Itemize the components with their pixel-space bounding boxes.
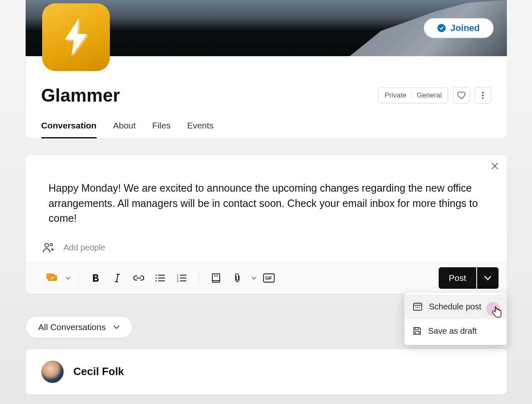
group-header: Joined Glammer Private General	[26, 0, 507, 138]
number-list-button[interactable]: 123	[172, 269, 191, 288]
italic-button[interactable]	[108, 269, 127, 288]
discussion-icon	[45, 273, 58, 283]
topic-button[interactable]	[207, 269, 226, 288]
joined-label: Joined	[451, 23, 480, 33]
svg-rect-32	[415, 331, 419, 334]
post-author: Cecil Folk	[74, 365, 124, 378]
svg-point-1	[482, 95, 484, 96]
bold-button[interactable]	[86, 269, 105, 288]
tab-conversation[interactable]: Conversation	[41, 121, 97, 138]
svg-point-13	[155, 278, 157, 279]
group-title: Glammer	[41, 85, 120, 106]
chevron-down-icon	[113, 325, 120, 329]
svg-rect-26	[413, 303, 422, 310]
composer-textarea[interactable]: Happy Monday! We are excited to announce…	[26, 155, 507, 242]
svg-rect-21	[212, 274, 220, 282]
chevron-down-icon[interactable]	[65, 276, 71, 280]
svg-point-4	[50, 243, 52, 246]
link-icon	[133, 275, 144, 281]
post-button[interactable]: Post	[439, 267, 476, 289]
close-composer-button[interactable]	[491, 162, 499, 170]
check-icon	[437, 24, 446, 32]
svg-point-12	[155, 275, 157, 276]
post-options-button[interactable]	[477, 267, 499, 289]
add-people-placeholder: Add people	[64, 243, 105, 252]
attach-button[interactable]	[228, 269, 247, 288]
calendar-icon	[413, 302, 423, 311]
schedule-post-label: Schedule post	[429, 302, 482, 311]
privacy-right: General	[417, 91, 442, 100]
bullet-list-button[interactable]	[151, 269, 170, 288]
more-options-button[interactable]	[475, 87, 491, 104]
add-people-row[interactable]: Add people	[26, 242, 507, 262]
tabs: Conversation About Files Events	[41, 121, 491, 138]
conversation-filter[interactable]: All Conversations	[26, 316, 133, 338]
svg-point-3	[45, 243, 48, 247]
privacy-badge[interactable]: Private General	[378, 88, 448, 103]
save-draft-item[interactable]: Save as draft	[404, 319, 507, 343]
gif-icon: GIF	[263, 273, 275, 283]
svg-point-2	[482, 97, 484, 99]
favorite-button[interactable]	[453, 87, 470, 104]
svg-point-28	[415, 307, 416, 308]
svg-text:2: 2	[177, 277, 178, 280]
privacy-left: Private	[385, 91, 406, 100]
more-vertical-icon	[482, 92, 484, 99]
italic-icon	[114, 273, 121, 283]
banner-image: Joined	[26, 0, 507, 56]
cursor-pointer-icon	[491, 306, 503, 318]
svg-text:1: 1	[177, 274, 178, 277]
attach-icon	[234, 273, 241, 283]
tab-about[interactable]: About	[113, 121, 136, 138]
group-logo	[42, 3, 110, 71]
schedule-post-item[interactable]: Schedule post	[404, 295, 507, 319]
post-options-menu: Schedule post Save as draft	[404, 293, 507, 345]
link-button[interactable]	[129, 269, 148, 288]
chevron-down-icon[interactable]	[251, 276, 257, 280]
svg-point-30	[418, 307, 419, 308]
filter-label: All Conversations	[38, 322, 106, 332]
feed-post[interactable]: Cecil Folk	[26, 349, 507, 394]
save-draft-label: Save as draft	[428, 326, 477, 336]
gif-button[interactable]: GIF	[259, 269, 278, 288]
heart-icon	[457, 91, 466, 100]
svg-rect-31	[415, 328, 418, 330]
composer-toolbar: 123 GIF Post	[26, 262, 507, 294]
book-icon	[211, 273, 221, 283]
svg-text:3: 3	[177, 280, 178, 282]
close-icon	[491, 162, 499, 170]
save-icon	[413, 326, 422, 335]
tab-files[interactable]: Files	[152, 121, 171, 138]
bolt-icon	[60, 17, 92, 57]
svg-rect-6	[49, 275, 57, 281]
joined-button[interactable]: Joined	[424, 18, 494, 38]
bold-icon	[92, 273, 100, 283]
people-add-icon	[43, 242, 55, 253]
svg-point-0	[482, 92, 484, 93]
tab-events[interactable]: Events	[187, 121, 214, 138]
svg-point-14	[155, 280, 157, 282]
post-composer: Happy Monday! We are excited to announce…	[26, 155, 507, 294]
number-list-icon: 123	[177, 274, 187, 282]
chevron-down-icon	[484, 276, 492, 280]
svg-text:GIF: GIF	[265, 276, 272, 280]
bullet-list-icon	[155, 274, 165, 282]
avatar	[41, 361, 64, 383]
svg-point-29	[417, 307, 418, 308]
discussion-type-button[interactable]	[42, 269, 61, 288]
